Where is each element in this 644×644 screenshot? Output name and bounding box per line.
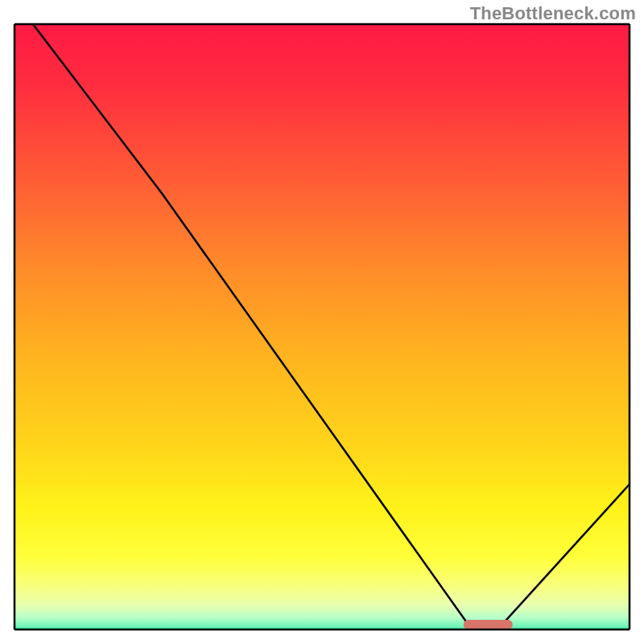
watermark-text: TheBottleneck.com (470, 3, 636, 24)
bottleneck-chart (0, 0, 644, 644)
chart-background-gradient (14, 24, 630, 630)
optimal-range-marker (464, 620, 513, 630)
chart-container: TheBottleneck.com (0, 0, 644, 644)
